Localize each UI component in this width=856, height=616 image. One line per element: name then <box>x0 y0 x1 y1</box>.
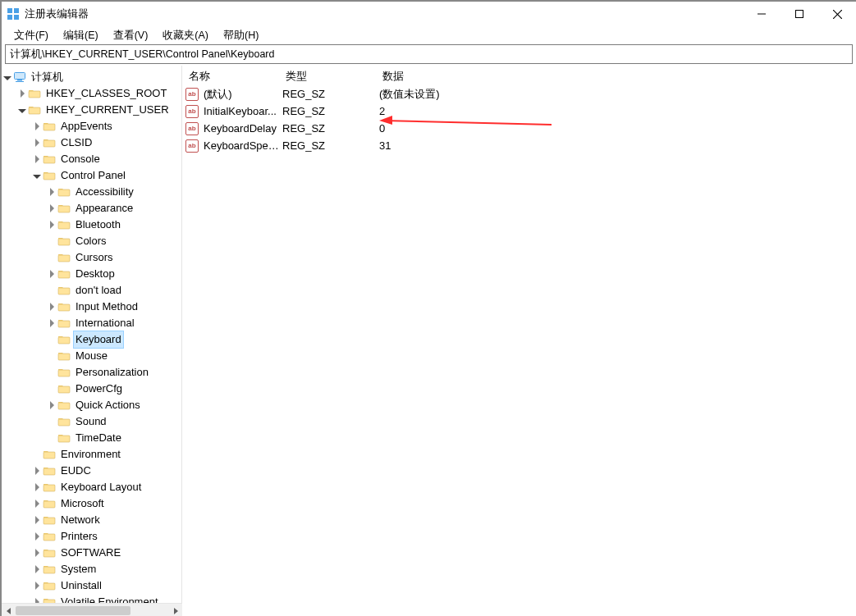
folder-icon <box>43 448 56 461</box>
svg-rect-9 <box>17 80 22 81</box>
column-header-data[interactable]: 数据 <box>376 69 856 84</box>
expand-toggle[interactable] <box>46 204 57 212</box>
tree-label: Volatile Environment <box>59 594 160 603</box>
expand-toggle[interactable] <box>31 122 43 130</box>
value-row[interactable]: abKeyboardSpeedREG_SZ31 <box>182 137 856 154</box>
tree-node-system[interactable]: System <box>2 561 181 577</box>
tree-node-hkcr[interactable]: HKEY_CLASSES_ROOT <box>2 85 181 102</box>
scroll-thumb[interactable] <box>16 606 130 615</box>
menu-favorites[interactable]: 收藏夹(A) <box>155 28 216 43</box>
folder-icon <box>28 103 41 116</box>
tree-node-mouse[interactable]: Mouse <box>2 348 181 364</box>
tree-node-colors[interactable]: Colors <box>2 233 181 249</box>
expand-toggle[interactable] <box>31 565 43 573</box>
tree-label: AppEvents <box>59 118 114 135</box>
tree-node-network[interactable]: Network <box>2 512 181 528</box>
tree-label: Cursors <box>74 249 115 266</box>
tree-node-bluetooth[interactable]: Bluetooth <box>2 217 181 233</box>
scroll-right-button[interactable] <box>168 604 182 616</box>
tree-node-printers[interactable]: Printers <box>2 528 181 545</box>
menu-view[interactable]: 查看(V) <box>106 28 156 43</box>
tree-node-timedate[interactable]: TimeDate <box>2 430 181 446</box>
address-bar[interactable]: 计算机\HKEY_CURRENT_USER\Control Panel\Keyb… <box>5 44 853 64</box>
expand-toggle[interactable] <box>46 319 57 327</box>
tree-node-hkcu[interactable]: HKEY_CURRENT_USER <box>2 102 181 118</box>
svg-rect-41 <box>43 583 55 590</box>
expand-toggle[interactable] <box>46 188 57 196</box>
tree-node-eudc[interactable]: EUDC <box>2 463 181 479</box>
tree-node-cursors[interactable]: Cursors <box>2 249 181 266</box>
expand-toggle[interactable] <box>31 582 43 590</box>
minimize-button[interactable] <box>743 2 780 26</box>
menu-edit[interactable]: 编辑(E) <box>56 28 106 43</box>
expand-toggle[interactable] <box>16 107 28 113</box>
value-row[interactable]: ab(默认)REG_SZ(数值未设置) <box>182 85 856 103</box>
expand-toggle[interactable] <box>31 549 43 557</box>
scroll-left-button[interactable] <box>2 604 16 616</box>
tree-node-computer[interactable]: 计算机 <box>2 69 181 85</box>
tree-node-sound[interactable]: Sound <box>2 413 181 430</box>
expand-toggle[interactable] <box>31 483 43 491</box>
folder-icon <box>43 136 56 149</box>
expand-toggle[interactable] <box>16 89 28 98</box>
value-row[interactable]: abInitialKeyboar...REG_SZ2 <box>182 103 856 120</box>
svg-rect-31 <box>58 419 70 426</box>
tree-horizontal-scrollbar[interactable] <box>2 603 182 616</box>
svg-rect-11 <box>29 91 40 98</box>
svg-rect-0 <box>7 8 12 13</box>
tree-node-keyboardlayout[interactable]: Keyboard Layout <box>2 479 181 495</box>
tree-node-console[interactable]: Console <box>2 151 181 167</box>
tree-node-controlpanel[interactable]: Control Panel <box>2 167 181 184</box>
tree-node-accessibility[interactable]: Accessibility <box>2 184 181 200</box>
expand-toggle[interactable] <box>46 303 57 311</box>
value-type: REG_SZ <box>279 105 376 117</box>
tree-node-microsoft[interactable]: Microsoft <box>2 495 181 512</box>
menu-help[interactable]: 帮助(H) <box>216 28 266 43</box>
tree-node-appearance[interactable]: Appearance <box>2 200 181 217</box>
tree-node-powercfg[interactable]: PowerCfg <box>2 381 181 397</box>
tree-node-clsid[interactable]: CLSID <box>2 135 181 151</box>
expand-toggle[interactable] <box>31 500 43 508</box>
expand-toggle[interactable] <box>2 75 13 80</box>
tree-node-appevents[interactable]: AppEvents <box>2 118 181 135</box>
value-data: 31 <box>376 139 856 152</box>
expand-toggle[interactable] <box>31 516 43 524</box>
scroll-track[interactable] <box>16 604 168 616</box>
expand-toggle[interactable] <box>46 270 57 278</box>
value-row[interactable]: abKeyboardDelayREG_SZ0 <box>182 120 856 137</box>
folder-icon <box>57 202 71 215</box>
tree-label: Desktop <box>74 266 117 282</box>
expand-toggle[interactable] <box>46 221 57 229</box>
tree-label: TimeDate <box>74 430 123 446</box>
tree-node-personalization[interactable]: Personalization <box>2 364 181 381</box>
column-header-type[interactable]: 类型 <box>279 69 376 84</box>
expand-toggle[interactable] <box>31 155 43 163</box>
tree-node-software[interactable]: SOFTWARE <box>2 545 181 561</box>
maximize-button[interactable] <box>780 2 818 26</box>
tree-label: PowerCfg <box>74 381 124 397</box>
tree-label: don't load <box>74 282 123 299</box>
expand-toggle[interactable] <box>31 467 43 475</box>
expand-toggle[interactable] <box>46 401 57 409</box>
tree-node-environment[interactable]: Environment <box>2 446 181 463</box>
tree-node-uninstall[interactable]: Uninstall <box>2 577 181 594</box>
value-type: REG_SZ <box>279 88 376 100</box>
expand-toggle[interactable] <box>31 532 43 541</box>
tree-node-quickactions[interactable]: Quick Actions <box>2 397 181 413</box>
tree-node-keyboard[interactable]: Keyboard <box>2 331 181 348</box>
expand-toggle[interactable] <box>31 139 43 147</box>
menu-file[interactable]: 文件(F) <box>7 28 56 43</box>
list-pane[interactable]: 名称 类型 数据 ab(默认)REG_SZ(数值未设置)abInitialKey… <box>182 66 856 603</box>
value-type: REG_SZ <box>279 122 376 135</box>
tree-node-volatileenvironment[interactable]: Volatile Environment <box>2 594 181 603</box>
expand-toggle[interactable] <box>31 173 43 179</box>
svg-rect-29 <box>58 386 70 393</box>
tree-node-dontload[interactable]: don't load <box>2 282 181 299</box>
tree-node-desktop[interactable]: Desktop <box>2 266 181 282</box>
column-header-name[interactable]: 名称 <box>182 69 279 84</box>
close-button[interactable] <box>818 2 856 26</box>
tree-node-inputmethod[interactable]: Input Method <box>2 299 181 315</box>
tree-node-international[interactable]: International <box>2 315 181 331</box>
folder-icon <box>43 563 56 576</box>
tree-pane[interactable]: 计算机HKEY_CLASSES_ROOTHKEY_CURRENT_USERApp… <box>2 66 182 603</box>
